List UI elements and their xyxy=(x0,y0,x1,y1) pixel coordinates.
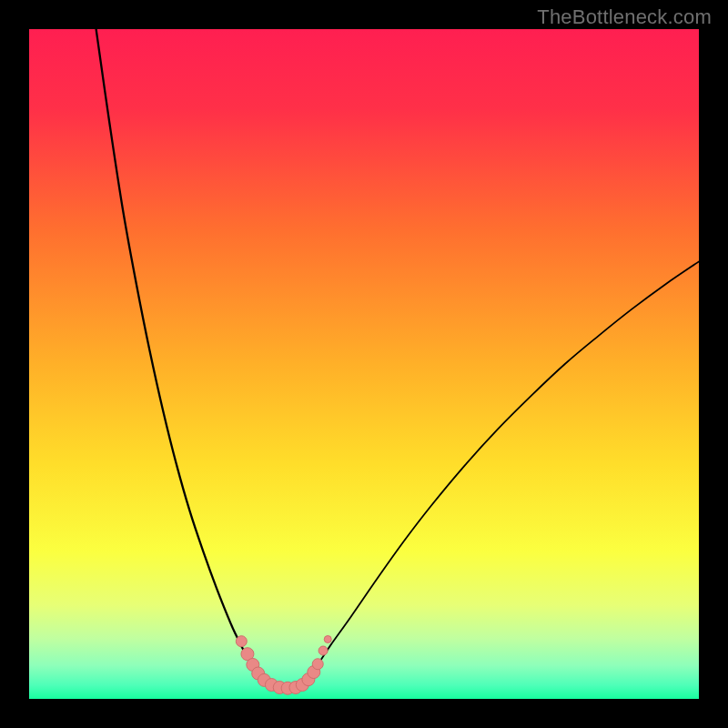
curve-marker xyxy=(236,636,247,647)
curve-right-branch xyxy=(304,261,699,682)
bottleneck-curve xyxy=(29,29,699,699)
plot-area xyxy=(29,29,699,699)
watermark-text: TheBottleneck.com xyxy=(537,5,712,29)
chart-frame: TheBottleneck.com xyxy=(0,0,728,728)
curve-left-branch xyxy=(96,29,270,684)
curve-markers xyxy=(236,636,331,695)
curve-marker xyxy=(324,636,331,643)
curve-marker xyxy=(312,659,323,670)
curve-marker xyxy=(318,646,328,655)
